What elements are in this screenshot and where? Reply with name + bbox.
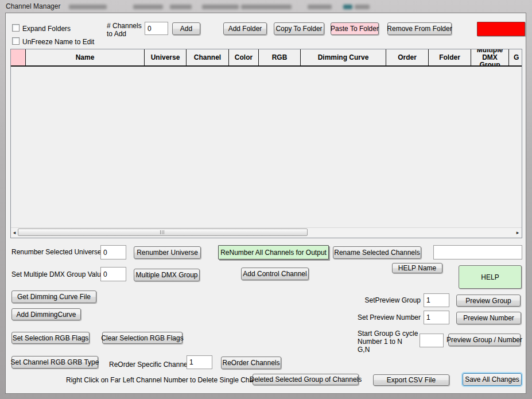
set-channel-rgb-grb-type-button[interactable]: Set Channel RGB GRB Type bbox=[11, 356, 98, 369]
add-button[interactable]: Add bbox=[172, 22, 200, 35]
multiple-dmx-value-input[interactable] bbox=[100, 267, 126, 281]
start-group-label-line2: Number 1 to N bbox=[358, 338, 402, 346]
header-universe: Universe bbox=[145, 49, 187, 65]
start-group-input[interactable] bbox=[420, 334, 444, 347]
channels-to-add-label-line1: # Channels bbox=[107, 22, 142, 30]
set-preview-group-label: SetPreview Group bbox=[350, 296, 421, 304]
header-folder: Folder bbox=[429, 49, 471, 65]
preview-group-button[interactable]: Preview Group bbox=[456, 295, 521, 307]
header-rgb: RGB bbox=[259, 49, 301, 65]
channel-table-header: Name Universe Channel Color RGB Dimming … bbox=[11, 49, 522, 67]
paste-to-folder-button[interactable]: Paste To Folder bbox=[331, 22, 379, 35]
window-title: Channel Manager bbox=[6, 2, 60, 10]
header-color: Color bbox=[229, 49, 259, 65]
reorder-channels-input[interactable] bbox=[187, 355, 212, 369]
blur-blob bbox=[69, 5, 107, 9]
unfreeze-name-checkbox[interactable] bbox=[12, 37, 20, 45]
scrollbar-thumb[interactable] bbox=[18, 228, 308, 236]
export-csv-button[interactable]: Export CSV File bbox=[373, 374, 449, 386]
preview-group-input[interactable] bbox=[424, 293, 449, 307]
renumber-all-channels-button[interactable]: ReNumber All Channels for Output bbox=[218, 245, 329, 259]
blur-blob bbox=[355, 5, 370, 9]
scroll-right-icon[interactable]: ▸ bbox=[515, 229, 521, 236]
remove-from-folder-button[interactable]: Remove From Folder bbox=[387, 22, 452, 35]
blur-blob bbox=[343, 5, 352, 9]
channel-manager-window: Channel Manager Expand Folders UnFreeze … bbox=[0, 0, 532, 399]
delete-selected-group-button[interactable]: Deleted Selected Group of Channels bbox=[253, 374, 359, 385]
rename-selected-channels-button[interactable]: Rename Selected Channels bbox=[333, 246, 421, 259]
start-group-label-line3: G,N bbox=[358, 346, 370, 354]
unfreeze-name-label: UnFreeze Name to Edit bbox=[22, 38, 94, 46]
preview-group-number-button[interactable]: Preview Group / Number bbox=[448, 334, 521, 346]
red-indicator-button[interactable] bbox=[477, 22, 525, 36]
channel-table: Name Universe Channel Color RGB Dimming … bbox=[10, 49, 522, 238]
header-name: Name bbox=[26, 49, 145, 65]
copy-to-folder-button[interactable]: Copy To Folder bbox=[274, 22, 324, 35]
delete-hint-text: Right Click on Far Left Channel Number t… bbox=[66, 376, 266, 384]
get-dimming-curve-file-button[interactable]: Get Dimming Curve File bbox=[11, 290, 96, 303]
add-dimming-curve-button[interactable]: Add DimmingCurve bbox=[11, 308, 81, 320]
title-bar[interactable]: Channel Manager bbox=[0, 0, 532, 13]
header-order: Order bbox=[386, 49, 429, 65]
renumber-universe-label: Renumber Selected Universe bbox=[11, 248, 102, 256]
header-multiple-dmx-group: Multiple DMX Group bbox=[471, 49, 509, 65]
scrollbar-grip-icon bbox=[160, 230, 165, 234]
help-name-button[interactable]: HELP Name bbox=[392, 263, 442, 273]
preview-number-button[interactable]: Preview Number bbox=[456, 312, 521, 324]
renumber-universe-input[interactable] bbox=[100, 245, 126, 259]
multiple-dmx-value-label: Set Multiple DMX Group Value bbox=[11, 270, 105, 278]
reorder-channels-button[interactable]: ReOrder Channels bbox=[221, 357, 281, 369]
horizontal-scrollbar[interactable]: ◂ ▸ bbox=[11, 227, 522, 238]
start-group-label-line1: Start Group G cycle bbox=[358, 330, 418, 338]
blur-blob bbox=[241, 5, 292, 9]
blur-blob bbox=[170, 5, 192, 9]
expand-folders-label: Expand Folders bbox=[22, 25, 71, 33]
channel-table-body bbox=[11, 67, 522, 228]
channels-to-add-input[interactable] bbox=[145, 22, 168, 35]
set-preview-number-label: Set Preview Number bbox=[347, 313, 421, 321]
renumber-universe-button[interactable]: Renumber Universe bbox=[134, 246, 201, 259]
header-channel: Channel bbox=[187, 49, 229, 65]
add-folder-button[interactable]: Add Folder bbox=[223, 22, 267, 35]
blur-blob bbox=[308, 5, 332, 9]
channels-to-add-label-line2: to Add bbox=[107, 30, 126, 38]
header-select-column bbox=[11, 49, 26, 65]
rename-channels-input[interactable] bbox=[433, 245, 522, 259]
help-button[interactable]: HELP bbox=[459, 265, 522, 289]
header-dimming-curve: Dimming Curve bbox=[301, 49, 386, 65]
clear-selection-rgb-flags-button[interactable]: Clear Selection RGB Flags bbox=[102, 332, 182, 344]
blur-blob bbox=[133, 5, 163, 9]
save-all-changes-button[interactable]: Save All Changes bbox=[463, 373, 522, 386]
header-clipped-column: G bbox=[509, 49, 522, 65]
scroll-left-icon[interactable]: ◂ bbox=[11, 229, 17, 236]
add-control-channel-button[interactable]: Add Control Channel bbox=[241, 268, 309, 280]
set-selection-rgb-flags-button[interactable]: Set Selection RGB Flags bbox=[11, 332, 90, 344]
preview-number-input[interactable] bbox=[424, 311, 449, 324]
expand-folders-checkbox[interactable] bbox=[12, 24, 20, 32]
reorder-specific-channels-label: ReOrder Specific Channels bbox=[109, 361, 192, 369]
blur-blob bbox=[202, 5, 239, 9]
multiple-dmx-group-button[interactable]: Multiple DMX Group bbox=[134, 269, 200, 281]
